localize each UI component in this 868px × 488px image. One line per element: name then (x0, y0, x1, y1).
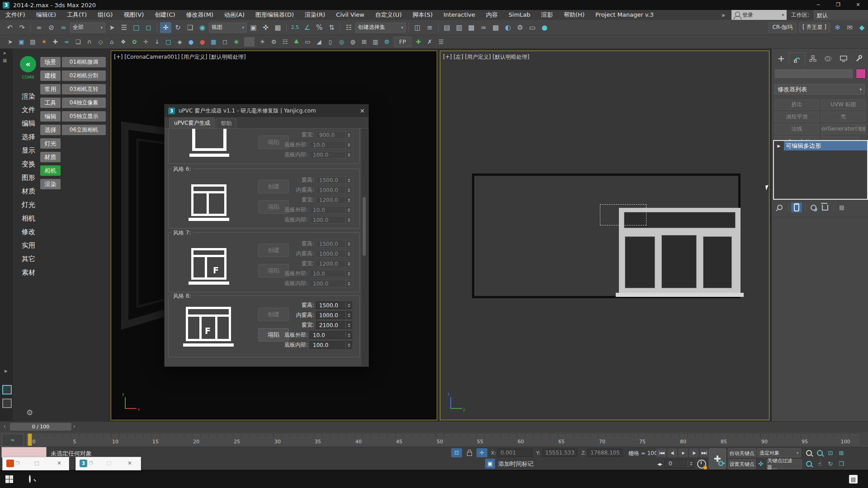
select-and-manipulate-icon[interactable]: ✜ (260, 22, 271, 33)
category-cameras[interactable]: 相机 (40, 165, 61, 176)
close-icon[interactable]: ✕ (127, 460, 132, 466)
angle-snap-icon[interactable]: ∠ (302, 22, 313, 33)
category-materials[interactable]: 材质 (40, 152, 61, 162)
gem-tool-icon[interactable]: ◈ (175, 37, 185, 47)
undo-icon[interactable]: ↶ (4, 22, 15, 33)
set-key-button[interactable]: 设置关键点 (728, 459, 756, 469)
select-object-icon[interactable]: ➤ (106, 22, 118, 33)
current-frame-field[interactable]: 0 (665, 459, 694, 468)
gear-tool-icon[interactable]: ⚙ (269, 37, 279, 47)
spinner-field[interactable]: 2100.0 (316, 321, 352, 329)
scrollbar-thumb[interactable] (363, 197, 366, 256)
viewport-label[interactable]: [+] [左] [用户定义] [默认明暗处理] (443, 53, 529, 61)
dialog-scrollbar[interactable] (362, 129, 368, 366)
quick-extrude-button[interactable]: 挤出 (774, 99, 819, 110)
menu-item[interactable]: 视图(V) (118, 10, 149, 20)
separator[interactable] (157, 23, 157, 32)
spinner-arrows[interactable] (345, 197, 352, 203)
frame-nudge-button[interactable]: ◀▶ (656, 460, 664, 469)
selection-filter-dropdown[interactable]: 全部▾ (70, 23, 105, 33)
select-and-scale-icon[interactable]: ❏ (184, 22, 196, 33)
snowflake-plugin-icon[interactable]: ❄ (832, 22, 843, 33)
spacer[interactable] (551, 22, 767, 33)
gear-icon[interactable]: ⚙ (26, 408, 33, 417)
menu-item[interactable]: 渲染(R) (299, 10, 330, 20)
green-plus-icon[interactable]: ✚ (413, 37, 424, 47)
transform-tool-icon[interactable]: ✛ (141, 37, 151, 47)
sidebar-nav-item[interactable]: 灯光 (22, 198, 35, 211)
sidebar-nav-item[interactable]: 素材 (22, 266, 35, 279)
spinner-arrows[interactable] (345, 332, 352, 338)
add-time-tag-label[interactable]: 添加时间标记 (498, 460, 533, 468)
delete-tool-icon[interactable]: ✗ (425, 37, 435, 47)
sidebar-nav-item[interactable]: 选择 (22, 130, 35, 144)
menu-item[interactable]: 修改器(M) (181, 10, 219, 20)
separator[interactable] (340, 23, 340, 32)
go-to-end-button[interactable]: ▶▶| (700, 448, 708, 457)
spinner-arrows[interactable] (345, 302, 352, 309)
key-mode-dropdown[interactable]: 选定对象▾ (757, 448, 801, 457)
key-filters-button[interactable]: 关键点过滤器... (767, 459, 802, 469)
dialog-title-bar[interactable]: 3 uPVC 窗户生成器 v1.1 - 研几毫米修复版 | Yanjicg.co… (165, 104, 368, 117)
remove-modifier-icon[interactable] (820, 202, 830, 212)
pan-hand-icon[interactable]: ☝ (815, 459, 825, 468)
restore-icon[interactable]: □ (107, 460, 111, 466)
arc-tool-icon[interactable]: ∩ (84, 37, 94, 47)
terrain-tool-icon[interactable]: ◢ (314, 37, 324, 47)
sidebar-nav-item[interactable]: 变换 (22, 157, 35, 171)
stack-row-editable-poly[interactable]: ▶ 可编辑多边形 (774, 141, 867, 150)
named-selection-sets-dropdown[interactable]: 创建选择集▾ (355, 23, 406, 33)
curve-editor-icon[interactable]: ≈ (478, 22, 489, 33)
separator[interactable] (286, 23, 287, 32)
spinner-field[interactable]: 1500.0 (316, 301, 352, 309)
keyboard-override-icon[interactable]: ▦ (272, 22, 283, 33)
tab-modify[interactable] (789, 52, 805, 66)
sign-in-button[interactable]: 登录 ▾ (731, 10, 787, 20)
spinner-arrows[interactable] (345, 250, 352, 257)
cluster-tool-icon[interactable]: ❖ (118, 37, 128, 47)
notification-center-icon[interactable]: ▤ (849, 475, 858, 483)
left-ortho-viewport[interactable]: [+] [左] [用户定义] [默认明暗处理] y z (440, 51, 769, 420)
time-slider[interactable]: 0 / 100 (10, 423, 71, 431)
menu-item[interactable]: 工具(T) (61, 10, 92, 20)
isolate-selection-icon[interactable]: ⊡ (451, 448, 462, 457)
pin-stack-icon[interactable] (774, 202, 785, 212)
play-button[interactable]: ▶ (678, 448, 688, 457)
spinner-arrows[interactable] (345, 280, 352, 287)
pointer-tool-icon[interactable]: ➤ (5, 37, 15, 47)
zoom-extents-icon[interactable]: ⊡ (826, 448, 835, 457)
separator[interactable] (438, 23, 439, 32)
spinner-arrows[interactable] (345, 342, 352, 348)
z-coordinate-field[interactable]: 17688.105 (587, 449, 623, 457)
close-icon[interactable]: ✕ (360, 108, 365, 114)
viewport-layout-tab-icon[interactable] (2, 385, 12, 394)
select-and-place-icon[interactable]: ◉ (197, 22, 208, 33)
tab-hierarchy[interactable] (805, 52, 821, 65)
menu-item[interactable]: Project Manager v.3 (590, 10, 659, 20)
spinner-arrows[interactable] (345, 260, 352, 267)
sidebar-nav-item[interactable]: 图形 (22, 171, 35, 184)
render-production-icon[interactable]: ● (539, 22, 550, 33)
use-pivot-point-icon[interactable]: ▣ (248, 22, 259, 33)
spinner-arrows[interactable] (345, 131, 352, 138)
cr-gamma-button[interactable]: CR-伽玛 (769, 23, 796, 33)
title-bar[interactable]: 3 2014-2.max - 3ds Max 2020 ─ ❐ ✕ (0, 0, 868, 10)
spinner-field[interactable]: 100.0 (310, 216, 352, 224)
scene-explorer-icon[interactable]: ▤ (441, 22, 453, 33)
sidebar-nav-item[interactable]: 渲染 (22, 89, 35, 103)
menu-item[interactable]: 帮助(H) (558, 10, 590, 20)
maxscript-mini-listener[interactable] (1, 447, 47, 458)
foliage-tool-icon[interactable]: ✿ (129, 37, 140, 47)
orbit-icon[interactable]: ↻ (826, 459, 835, 468)
set-keys-button[interactable]: ✚ (709, 448, 726, 469)
quick-floorgenerator-button[interactable]: oorGenerator(地板 (821, 124, 866, 134)
shield-plugin-icon[interactable]: ◆ (856, 22, 868, 33)
tab-motion[interactable] (821, 52, 836, 65)
tab-help[interactable]: 帮助 (216, 118, 236, 128)
camera-preset-button[interactable]: 03相机互转 (62, 84, 106, 94)
menu-item[interactable]: 文件(F) (0, 10, 31, 20)
time-tag-cube-icon[interactable]: ▣ (485, 459, 495, 469)
settings-tool-icon[interactable]: ⚙ (382, 37, 392, 47)
expand-arrow-icon[interactable]: ▶ (5, 369, 8, 373)
go-to-start-button[interactable]: |◀◀ (656, 448, 666, 457)
